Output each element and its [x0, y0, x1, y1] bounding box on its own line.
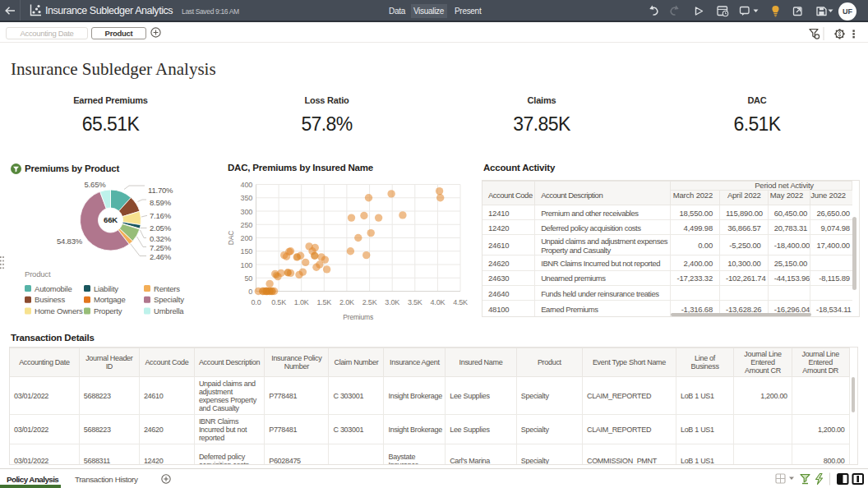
- svg-text:2.05%: 2.05%: [150, 223, 172, 232]
- svg-text:7.25%: 7.25%: [150, 243, 172, 252]
- svg-text:300: 300: [241, 208, 253, 216]
- svg-text:Automobile: Automobile: [35, 284, 72, 293]
- svg-text:54.83%: 54.83%: [57, 237, 83, 246]
- svg-text:350: 350: [241, 194, 253, 202]
- svg-text:250: 250: [241, 221, 253, 229]
- svg-text:Mortgage: Mortgage: [94, 295, 126, 304]
- svg-text:Premiums: Premiums: [343, 313, 373, 321]
- svg-text:Specialty: Specialty: [154, 295, 184, 304]
- svg-text:200: 200: [241, 234, 253, 242]
- svg-text:7.16%: 7.16%: [150, 211, 172, 220]
- svg-text:66K: 66K: [104, 215, 118, 224]
- svg-text:0.0: 0.0: [252, 298, 261, 306]
- svg-text:3.5K: 3.5K: [408, 298, 422, 306]
- svg-text:Umbrella: Umbrella: [154, 306, 184, 315]
- svg-text:0.32%: 0.32%: [150, 234, 172, 243]
- svg-text:8.59%: 8.59%: [150, 198, 172, 207]
- svg-text:Renters: Renters: [154, 284, 180, 293]
- svg-text:Product: Product: [25, 269, 51, 279]
- svg-text:DAC: DAC: [227, 231, 235, 245]
- svg-text:100: 100: [241, 261, 253, 269]
- svg-text:1.5K: 1.5K: [316, 298, 331, 306]
- svg-text:3.0K: 3.0K: [385, 298, 399, 306]
- svg-text:5.65%: 5.65%: [85, 180, 107, 189]
- svg-text:4.5K: 4.5K: [453, 298, 468, 306]
- svg-text:50: 50: [244, 274, 252, 283]
- svg-text:Property: Property: [94, 306, 122, 315]
- svg-text:Business: Business: [35, 295, 65, 304]
- svg-text:1.0K: 1.0K: [294, 298, 309, 306]
- svg-text:150: 150: [241, 247, 253, 256]
- svg-text:2.5K: 2.5K: [362, 298, 377, 306]
- svg-text:0: 0: [248, 288, 252, 296]
- svg-text:4.0K: 4.0K: [431, 298, 446, 306]
- svg-text:Liability: Liability: [94, 284, 118, 293]
- svg-text:11.70%: 11.70%: [148, 186, 173, 195]
- svg-text:0.5K: 0.5K: [271, 298, 286, 306]
- svg-text:400: 400: [241, 181, 253, 189]
- svg-text:2.0K: 2.0K: [339, 298, 354, 306]
- svg-text:Home Owners: Home Owners: [35, 306, 83, 315]
- svg-text:2.46%: 2.46%: [150, 252, 172, 261]
